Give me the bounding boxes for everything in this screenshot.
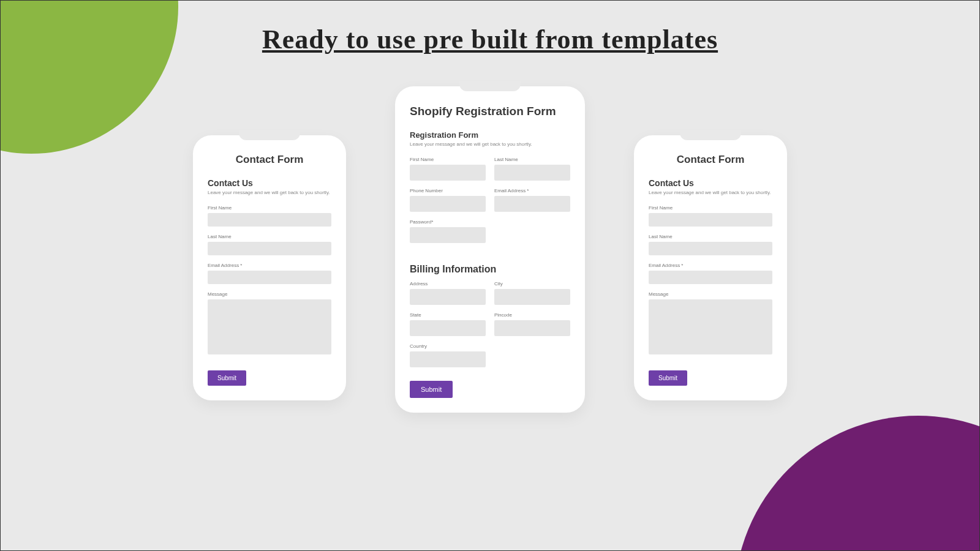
label-message: Message — [649, 291, 772, 297]
label-last-name: Last Name — [494, 157, 570, 162]
submit-button[interactable]: Submit — [649, 370, 687, 386]
city-input[interactable] — [494, 289, 570, 305]
phone-notch — [459, 81, 521, 91]
phone-notch — [680, 130, 741, 140]
label-state: State — [410, 312, 486, 318]
label-phone: Phone Number — [410, 188, 486, 193]
label-country: Country — [410, 343, 486, 349]
label-last-name: Last Name — [208, 234, 331, 239]
label-first-name: First Name — [649, 205, 772, 211]
templates-stage: Contact Form Contact Us Leave your messa… — [1, 74, 979, 550]
address-input[interactable] — [410, 289, 486, 305]
section-heading: Registration Form — [410, 130, 570, 140]
pincode-input[interactable] — [494, 320, 570, 336]
label-email: Email Address * — [494, 188, 570, 193]
label-first-name: First Name — [410, 157, 486, 162]
phone-input[interactable] — [410, 196, 486, 212]
last-name-input[interactable] — [494, 165, 570, 181]
label-password: Password* — [410, 219, 486, 225]
message-textarea[interactable] — [208, 299, 331, 354]
submit-button[interactable]: Submit — [208, 370, 246, 386]
label-message: Message — [208, 291, 331, 297]
label-email: Email Address * — [649, 263, 772, 268]
template-card-registration: Shopify Registration Form Registration F… — [395, 86, 585, 413]
email-input[interactable] — [649, 271, 772, 284]
last-name-input[interactable] — [649, 242, 772, 255]
label-pincode: Pincode — [494, 312, 570, 318]
template-card-contact-1: Contact Form Contact Us Leave your messa… — [193, 135, 346, 400]
label-address: Address — [410, 281, 486, 287]
section-heading: Contact Us — [208, 178, 331, 188]
page-title: Ready to use pre built from templates — [262, 24, 718, 55]
first-name-input[interactable] — [208, 213, 331, 227]
label-city: City — [494, 281, 570, 287]
country-input[interactable] — [410, 351, 486, 367]
form-title: Shopify Registration Form — [410, 105, 570, 118]
phone-notch — [239, 130, 300, 140]
password-input[interactable] — [410, 227, 486, 243]
last-name-input[interactable] — [208, 242, 331, 255]
billing-heading: Billing Information — [410, 264, 570, 275]
form-title: Contact Form — [208, 154, 331, 166]
message-textarea[interactable] — [649, 299, 772, 354]
section-subtext: Leave your message and we will get back … — [649, 190, 772, 195]
form-title: Contact Form — [649, 154, 772, 166]
section-subtext: Leave your message and we will get back … — [410, 141, 570, 147]
section-subtext: Leave your message and we will get back … — [208, 190, 331, 195]
section-heading: Contact Us — [649, 178, 772, 188]
label-last-name: Last Name — [649, 234, 772, 239]
template-card-contact-2: Contact Form Contact Us Leave your messa… — [634, 135, 787, 400]
first-name-input[interactable] — [410, 165, 486, 181]
label-email: Email Address * — [208, 263, 331, 268]
label-first-name: First Name — [208, 205, 331, 211]
submit-button[interactable]: Submit — [410, 381, 453, 398]
first-name-input[interactable] — [649, 213, 772, 227]
email-input[interactable] — [494, 196, 570, 212]
email-input[interactable] — [208, 271, 331, 284]
state-input[interactable] — [410, 320, 486, 336]
